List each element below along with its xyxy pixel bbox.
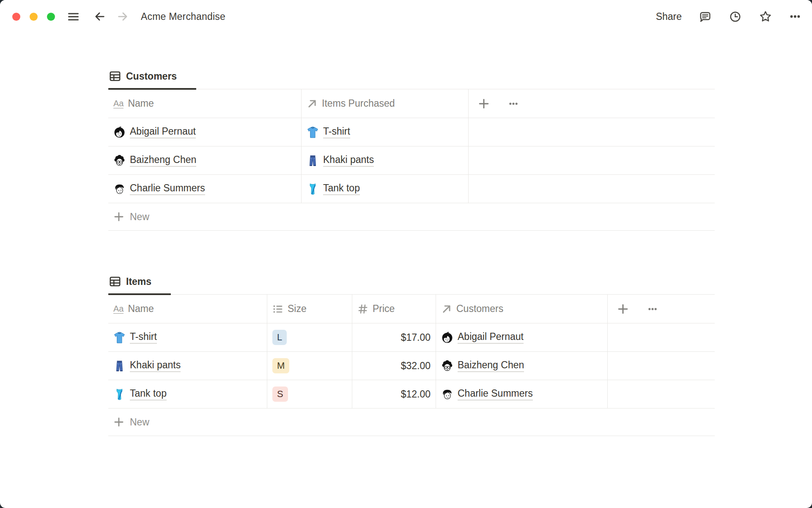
item-page-link[interactable]: Khaki pants xyxy=(130,359,181,372)
avatar-charlie-icon xyxy=(441,388,453,400)
price-value: $12.00 xyxy=(357,389,431,400)
tanktop-icon xyxy=(113,388,126,400)
close-window-button[interactable] xyxy=(12,13,20,21)
empty-cell[interactable] xyxy=(607,323,715,351)
size-tag: L xyxy=(272,330,287,345)
table-options-icon[interactable] xyxy=(647,304,658,314)
forward-icon[interactable] xyxy=(116,10,129,23)
tshirt-icon xyxy=(113,331,126,344)
size-cell[interactable]: M xyxy=(267,352,352,380)
size-cell[interactable]: L xyxy=(267,323,352,351)
item-page-link[interactable]: T-shirt xyxy=(130,331,157,344)
name-cell[interactable]: Charlie Summers xyxy=(108,175,301,203)
avatar-abigail-icon xyxy=(441,331,453,344)
price-value: $17.00 xyxy=(357,332,431,343)
jeans-icon xyxy=(307,155,319,167)
view-tab-label: Items xyxy=(126,276,151,287)
price-cell[interactable]: $17.00 xyxy=(352,323,436,351)
add-property-icon[interactable] xyxy=(617,303,629,315)
column-header-size[interactable]: Size xyxy=(267,295,352,323)
back-icon[interactable] xyxy=(93,10,106,23)
items-purchased-cell[interactable]: Khaki pants xyxy=(301,146,468,174)
empty-cell[interactable] xyxy=(607,380,715,408)
table-row: T-shirt L $17.00 Abigail Pernaut xyxy=(108,323,715,352)
title-type-icon: Aa xyxy=(113,304,123,314)
customer-page-link[interactable]: Baizheng Chen xyxy=(458,359,524,372)
column-header-label: Name xyxy=(128,98,154,109)
titlebar: Acme Merchandise Share xyxy=(0,0,812,33)
avatar-baizheng-icon xyxy=(441,360,453,372)
name-cell[interactable]: Baizheng Chen xyxy=(108,146,301,174)
header-extra-cell xyxy=(468,89,715,118)
table-view-icon xyxy=(109,276,121,287)
view-tab-label: Customers xyxy=(126,71,177,82)
column-header-name[interactable]: Aa Name xyxy=(108,89,301,118)
new-row[interactable]: New xyxy=(108,203,715,231)
table-row: Baizheng Chen Khaki pants xyxy=(108,146,715,175)
name-cell[interactable]: Tank top xyxy=(108,380,267,408)
customers-table: Aa Name Items Purchased Abigail Pernaut xyxy=(108,89,715,231)
column-header-customers[interactable]: Customers xyxy=(436,295,607,323)
zoom-window-button[interactable] xyxy=(47,13,55,21)
column-header-label: Size xyxy=(288,303,307,315)
size-tag: S xyxy=(272,387,288,402)
tab-items-table-view[interactable]: Items xyxy=(108,276,171,294)
customer-page-link[interactable]: Abigail Pernaut xyxy=(130,126,196,138)
empty-cell[interactable] xyxy=(607,352,715,380)
items-header-row: Aa Name Size Price Customers xyxy=(108,295,715,323)
share-button[interactable]: Share xyxy=(656,11,682,22)
favorite-star-icon[interactable] xyxy=(759,10,772,23)
customer-page-link[interactable]: Charlie Summers xyxy=(458,388,533,400)
avatar-baizheng-icon xyxy=(113,155,126,167)
items-purchased-cell[interactable]: Tank top xyxy=(301,175,468,203)
table-options-icon[interactable] xyxy=(508,99,518,109)
price-cell[interactable]: $12.00 xyxy=(352,380,436,408)
customers-cell[interactable]: Baizheng Chen xyxy=(436,352,607,380)
customer-page-link[interactable]: Charlie Summers xyxy=(130,182,205,195)
updates-clock-icon[interactable] xyxy=(729,10,742,23)
item-page-link[interactable]: Khaki pants xyxy=(323,154,374,167)
select-type-icon xyxy=(272,304,283,315)
plus-icon xyxy=(113,417,124,428)
tanktop-icon xyxy=(307,183,319,195)
minimize-window-button[interactable] xyxy=(30,13,38,21)
items-table: Aa Name Size Price Customers xyxy=(108,295,715,436)
relation-type-icon xyxy=(441,304,452,315)
customer-page-link[interactable]: Abigail Pernaut xyxy=(458,331,524,344)
empty-cell[interactable] xyxy=(468,146,715,174)
customers-cell[interactable]: Abigail Pernaut xyxy=(436,323,607,351)
item-page-link[interactable]: Tank top xyxy=(323,182,360,195)
tab-customers-table-view[interactable]: Customers xyxy=(108,70,196,89)
column-header-price[interactable]: Price xyxy=(352,295,436,323)
page-title: Acme Merchandise xyxy=(141,11,225,22)
customers-header-row: Aa Name Items Purchased xyxy=(108,89,715,118)
name-cell[interactable]: Abigail Pernaut xyxy=(108,118,301,146)
customer-page-link[interactable]: Baizheng Chen xyxy=(130,154,196,167)
column-header-label: Name xyxy=(128,303,154,315)
item-page-link[interactable]: Tank top xyxy=(130,388,167,400)
new-row[interactable]: New xyxy=(108,409,715,436)
table-row: Abigail Pernaut T-shirt xyxy=(108,118,715,146)
empty-cell[interactable] xyxy=(468,118,715,146)
more-options-icon[interactable] xyxy=(789,11,801,22)
column-header-label: Price xyxy=(373,303,395,315)
empty-cell[interactable] xyxy=(468,175,715,203)
traffic-lights xyxy=(12,13,55,21)
items-purchased-cell[interactable]: T-shirt xyxy=(301,118,468,146)
header-extra-cell xyxy=(607,295,715,323)
table-row: Charlie Summers Tank top xyxy=(108,175,715,203)
comments-icon[interactable] xyxy=(699,10,712,23)
sidebar-toggle-hamburger-icon[interactable] xyxy=(68,11,79,22)
jeans-icon xyxy=(113,360,126,372)
relation-type-icon xyxy=(307,98,318,109)
name-cell[interactable]: T-shirt xyxy=(108,323,267,351)
column-header-items-purchased[interactable]: Items Purchased xyxy=(301,89,468,118)
item-page-link[interactable]: T-shirt xyxy=(323,126,350,138)
add-property-icon[interactable] xyxy=(478,98,490,110)
name-cell[interactable]: Khaki pants xyxy=(108,352,267,380)
size-cell[interactable]: S xyxy=(267,380,352,408)
column-header-name[interactable]: Aa Name xyxy=(108,295,267,323)
customers-cell[interactable]: Charlie Summers xyxy=(436,380,607,408)
title-type-icon: Aa xyxy=(113,99,123,108)
price-cell[interactable]: $32.00 xyxy=(352,352,436,380)
